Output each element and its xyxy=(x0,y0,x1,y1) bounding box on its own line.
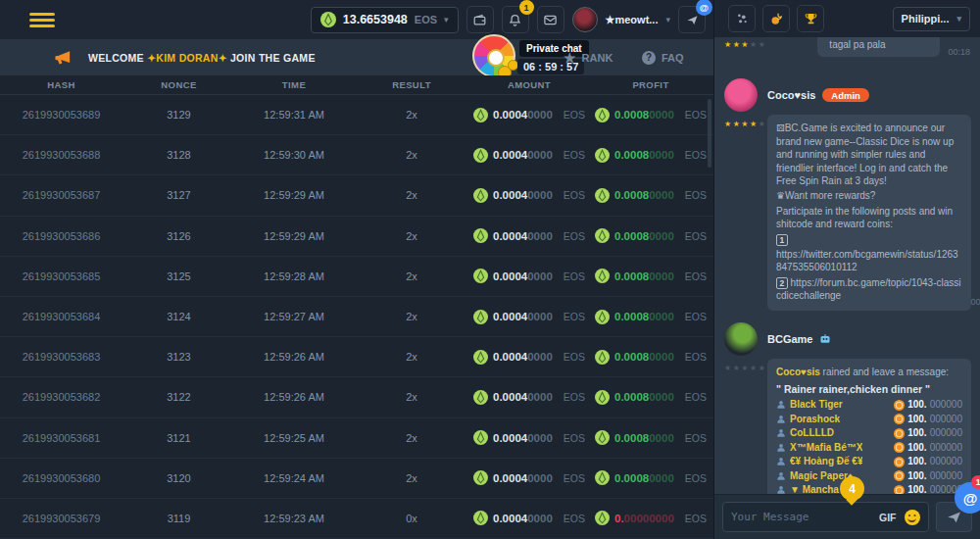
contest-button[interactable] xyxy=(797,5,824,32)
eos-coin-icon xyxy=(473,228,488,243)
table-row[interactable]: 2619930053686312612:59:29 AM2x 0.0004000… xyxy=(0,217,713,257)
top-bar: 13.6653948 EOS ▾ 1 xyxy=(0,0,713,39)
rain-recipient-row[interactable]: X™Mafia Bé™X 100.000000 xyxy=(776,440,962,455)
message-input-box: GIF xyxy=(722,502,929,532)
col-amount: AMOUNT xyxy=(470,79,588,90)
gif-button[interactable]: GIF xyxy=(879,512,897,523)
user-avatar[interactable] xyxy=(572,7,598,32)
eos-coin-icon xyxy=(595,511,610,525)
table-row[interactable]: 2619930053684312412:59:27 AM2x 0.0004000… xyxy=(0,297,713,337)
eos-coin-icon xyxy=(473,350,488,365)
keycap-2: 2 xyxy=(776,277,788,289)
eos-coin-icon xyxy=(473,269,488,283)
user-rating-stars: ★★★★★ xyxy=(724,120,763,128)
eos-coin-icon xyxy=(473,188,488,203)
balance-selector[interactable]: 13.6653948 EOS ▾ xyxy=(311,7,459,33)
chat-language-select[interactable]: Philippi... ▾ xyxy=(893,7,970,31)
message-time: 00:2 xyxy=(970,297,980,307)
table-scrollbar[interactable] xyxy=(708,99,711,168)
amount-cell: 0.00040000EOS xyxy=(470,269,588,283)
eos-coin-icon xyxy=(473,390,488,405)
wallet-button[interactable] xyxy=(466,6,494,33)
table-row[interactable]: 2619930053687312712:59:29 AM2x 0.0004000… xyxy=(0,175,713,216)
fireball-icon xyxy=(769,12,784,26)
rank-link[interactable]: ★ RANK xyxy=(564,39,612,75)
table-row[interactable]: 2619930053688312812:59:30 AM2x 0.0004000… xyxy=(0,135,713,175)
eos-coin-icon xyxy=(473,108,488,122)
new-messages-badge[interactable]: 4 xyxy=(840,476,864,501)
results-table-body: 2619930053689312912:59:31 AM2x 0.0004000… xyxy=(0,95,713,539)
amount-cell: 0.00040000EOS xyxy=(470,148,588,163)
profit-cell: 0.00080000EOS xyxy=(588,108,713,122)
chat-header: Philippi... ▾ xyxy=(714,0,980,37)
message-bubble: ⚄BC.Game is excited to announce our bran… xyxy=(767,115,971,311)
rain-recipient-row[interactable]: ▼ Mancha ▼ 100.000000 xyxy=(776,483,962,494)
col-profit: PROFIT xyxy=(588,79,713,90)
chat-message: Coco♥sis Admin ★★★★★ ⚄BC.Game is excited… xyxy=(724,78,970,311)
chat-username[interactable]: Coco♥sis xyxy=(767,89,815,101)
table-row[interactable]: 2619930053685312512:59:28 AM2x 0.0004000… xyxy=(0,257,713,297)
chevron-down-icon: ▾ xyxy=(444,15,449,24)
spin-wheel-icon[interactable] xyxy=(472,34,515,77)
keycap-1: 1 xyxy=(776,234,788,246)
chat-message-input[interactable] xyxy=(731,511,875,523)
rain-bubble: Coco♥sis rained and leave a message: " R… xyxy=(767,359,971,494)
user-icon xyxy=(776,443,786,453)
balance-amount: 13.6653948 xyxy=(343,13,408,26)
rainer-name[interactable]: Coco♥sis xyxy=(776,367,820,377)
amount-cell: 0.00040000EOS xyxy=(470,470,588,485)
link-text[interactable]: https://twitter.com/bcgamewin/status/126… xyxy=(776,248,962,274)
amount-cell: 0.00040000EOS xyxy=(470,108,588,122)
rain-recipient-row[interactable]: €¥ Hoàng Đế €¥ 100.000000 xyxy=(776,455,962,469)
rain-recipient-row[interactable]: Black Tiger 100.000000 xyxy=(776,398,962,413)
notifications-button[interactable]: 1 xyxy=(502,6,529,33)
star-icon: ★ xyxy=(564,50,576,66)
rain-button[interactable] xyxy=(728,5,756,32)
table-row[interactable]: 2619930053683312312:59:26 AM2x 0.0004000… xyxy=(0,337,713,377)
rain-recipient-row[interactable]: CoLLLLD 100.000000 xyxy=(776,426,962,441)
fireball-button[interactable] xyxy=(762,5,790,32)
coin-icon xyxy=(894,485,905,494)
username[interactable]: ★meowt... xyxy=(606,14,659,26)
chat-username[interactable]: BCGame xyxy=(767,333,812,345)
coin-icon xyxy=(894,470,905,481)
coin-icon xyxy=(894,442,905,453)
rain-recipient-row[interactable]: Porashock 100.000000 xyxy=(776,412,962,426)
avatar[interactable] xyxy=(724,322,758,356)
amount-cell: 0.00040000EOS xyxy=(470,188,588,203)
profit-cell: 0.00080000EOS xyxy=(588,470,713,485)
amount-cell: 0.00040000EOS xyxy=(470,350,588,365)
chevron-down-icon[interactable]: ▾ xyxy=(665,15,670,24)
profit-cell: 0.00000000EOS xyxy=(588,511,713,525)
eos-coin-icon xyxy=(595,310,610,324)
message-bubble: tagal pa pala xyxy=(817,37,940,57)
eos-coin-icon xyxy=(595,148,610,163)
messages-button[interactable] xyxy=(537,6,564,33)
badge-icon: ✦ xyxy=(147,52,156,64)
link-text[interactable]: https://forum.bc.game/topic/1043-classic… xyxy=(776,277,961,301)
avatar[interactable] xyxy=(724,78,758,112)
table-row[interactable]: 2619930053679311912:59:23 AM0x 0.0004000… xyxy=(0,499,713,539)
emoji-button[interactable] xyxy=(905,510,920,525)
table-row[interactable]: 2619930053681312112:59:25 AM2x 0.0004000… xyxy=(0,418,713,459)
rain-recipient-row[interactable]: Magic Paper♠ 100.000000 xyxy=(776,468,962,483)
eos-coin-icon xyxy=(595,228,610,243)
bell-icon xyxy=(508,13,522,27)
user-rating-stars: ★★★★★ xyxy=(724,364,763,372)
user-icon xyxy=(776,400,786,410)
bc-game-app: 13.6653948 EOS ▾ 1 xyxy=(0,0,980,539)
rain-icon xyxy=(735,12,750,26)
table-row[interactable]: 2619930053682312212:59:26 AM2x 0.0004000… xyxy=(0,377,713,417)
private-chat-button[interactable]: @ xyxy=(678,6,706,33)
eos-coin-icon xyxy=(595,350,610,365)
eos-coin-icon xyxy=(320,12,336,27)
table-row[interactable]: 2619930053680312012:59:24 AM2x 0.0004000… xyxy=(0,459,713,499)
col-result: RESULT xyxy=(353,79,470,90)
table-row[interactable]: 2619930053689312912:59:31 AM2x 0.0004000… xyxy=(0,95,713,135)
mention-bubble-button[interactable]: @1 xyxy=(955,482,980,514)
menu-icon[interactable] xyxy=(29,10,55,30)
welcome-message: WELCOME ✦KIM DORAN✦ JOIN THE GAME xyxy=(88,39,316,75)
amount-cell: 0.00040000EOS xyxy=(470,390,588,405)
faq-link[interactable]: ? FAQ xyxy=(642,39,684,75)
question-icon: ? xyxy=(642,51,656,65)
